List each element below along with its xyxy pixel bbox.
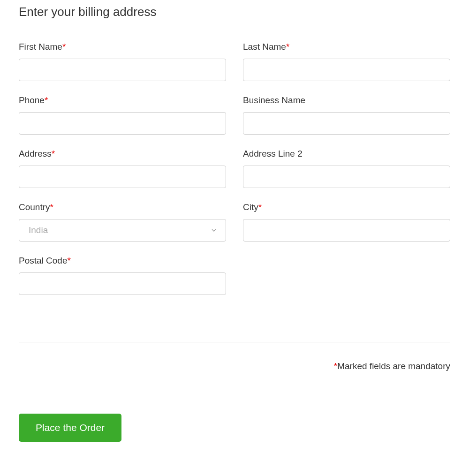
phone-input[interactable] [19, 112, 226, 135]
chevron-down-icon [210, 226, 218, 234]
postal-code-input[interactable] [19, 272, 226, 295]
address-line-2-input[interactable] [243, 166, 450, 188]
divider [19, 342, 450, 342]
last-name-group: Last Name* [243, 42, 450, 81]
required-mark: * [68, 256, 71, 265]
country-selected-value: India [29, 225, 48, 235]
phone-group: Phone* [19, 95, 226, 135]
business-name-group: Business Name [243, 95, 450, 135]
address-line-2-label: Address Line 2 [243, 149, 450, 159]
address-group: Address* [19, 149, 226, 188]
submit-row: Place the Order [19, 414, 450, 442]
phone-label: Phone* [19, 95, 226, 106]
required-mark: * [62, 42, 66, 52]
country-select-wrap: India [19, 219, 226, 242]
postal-code-label: Postal Code* [19, 256, 226, 266]
required-mark: * [52, 149, 55, 159]
business-name-input[interactable] [243, 112, 450, 135]
required-mark: * [50, 202, 53, 212]
address-line-2-group: Address Line 2 [243, 149, 450, 188]
city-group: City* [243, 202, 450, 242]
country-label: Country* [19, 202, 226, 212]
city-input[interactable] [243, 219, 450, 242]
address-label: Address* [19, 149, 226, 159]
mandatory-note-text: Marked fields are mandatory [337, 361, 450, 371]
required-mark: * [286, 42, 289, 52]
first-name-input[interactable] [19, 59, 226, 81]
last-name-input[interactable] [243, 59, 450, 81]
required-mark: * [45, 95, 48, 105]
last-name-label: Last Name* [243, 42, 450, 52]
place-order-button[interactable]: Place the Order [19, 414, 121, 442]
required-mark: * [258, 202, 262, 212]
page-title: Enter your billing address [19, 5, 450, 19]
mandatory-note: *Marked fields are mandatory [19, 361, 450, 371]
country-group: Country* India [19, 202, 226, 242]
address-input[interactable] [19, 166, 226, 188]
city-label: City* [243, 202, 450, 212]
postal-code-group: Postal Code* [19, 256, 226, 295]
country-select[interactable]: India [19, 219, 226, 242]
first-name-group: First Name* [19, 42, 226, 81]
first-name-label: First Name* [19, 42, 226, 52]
billing-form: First Name* Last Name* Phone* Business N… [19, 42, 450, 295]
business-name-label: Business Name [243, 95, 450, 106]
